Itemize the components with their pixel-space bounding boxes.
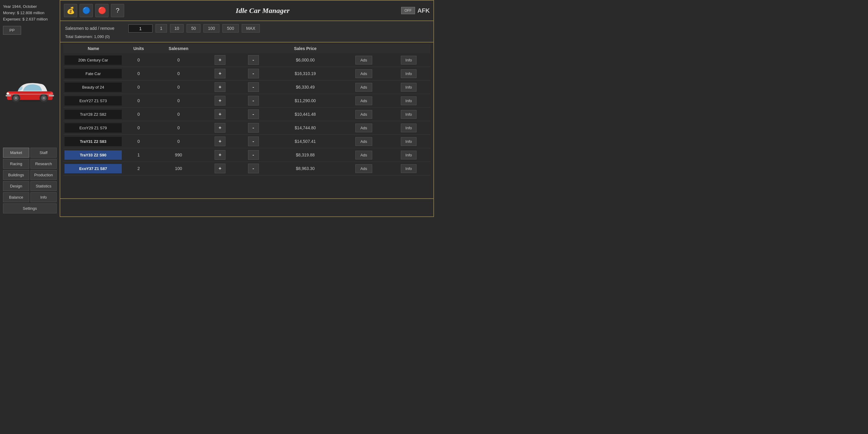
salesmen-cell: 0 [154,107,204,121]
sidebar: Year 1944, October Money: $ 12.808 milli… [0,0,60,217]
main-panel: 💰 🔵 🔴 ? Idle Car Manager OFF AFK Salesme… [60,0,434,217]
nav-design[interactable]: Design [3,181,29,191]
price-cell: $14,507.41 [270,135,341,148]
units-cell: 0 [124,94,154,107]
table-row: 20th Century Car00+-$6,000.00AdsInfo [63,53,430,67]
car-name-button[interactable]: Fate Car [64,69,122,79]
col-units: Units [124,44,154,53]
table-row: EcoY27 Z1 S7300+-$11,290.00AdsInfo [63,94,430,107]
col-info-header [387,44,430,53]
nav-statistics[interactable]: Statistics [30,181,57,191]
qty-max-button[interactable]: MAX [242,24,260,33]
table-row: TraY31 Z2 S8300+-$14,507.41AdsInfo [63,135,430,148]
info-button[interactable]: Info [401,96,416,105]
salesmen-input[interactable] [128,24,153,33]
salesmen-cell: 0 [154,121,204,135]
car-name-button[interactable]: TraY31 Z2 S83 [64,137,122,146]
col-ads-header [341,44,387,53]
nav-market[interactable]: Market [3,148,29,158]
car-name-button[interactable]: 20th Century Car [64,56,122,65]
add-salesmen-button[interactable]: + [215,150,225,160]
qty-500-button[interactable]: 500 [222,24,239,33]
col-plus-header [204,44,237,53]
alert-icon[interactable]: 🔴 [95,4,108,17]
remove-salesmen-button[interactable]: - [248,69,259,79]
ads-button[interactable]: Ads [355,96,372,105]
market-table-container: Name Units Salesmen Sales Price 20th Cen… [60,42,433,198]
ads-button[interactable]: Ads [355,83,372,92]
qty-100-button[interactable]: 100 [204,24,219,33]
remove-salesmen-button[interactable]: - [248,136,259,146]
nav-balance[interactable]: Balance [3,192,29,202]
ads-button[interactable]: Ads [355,56,372,64]
nav-settings[interactable]: Settings [3,204,57,213]
car-name-button[interactable]: EcoY27 Z1 S73 [64,96,122,105]
qty-50-button[interactable]: 50 [187,24,200,33]
add-salesmen-button[interactable]: + [215,96,225,105]
car-name-button[interactable]: Beauty of 24 [64,83,122,92]
svg-rect-2 [6,95,11,96]
info-button[interactable]: Info [401,151,416,159]
info-button[interactable]: Info [401,124,416,132]
nav-production[interactable]: Production [30,170,57,180]
add-salesmen-button[interactable]: + [215,69,225,79]
info-button[interactable]: Info [401,164,416,173]
ads-button[interactable]: Ads [355,164,372,173]
help-icon[interactable]: ? [111,4,124,17]
info-button[interactable]: Info [401,110,416,119]
nav-racing[interactable]: Racing [3,159,29,169]
info-button[interactable]: Info [401,137,416,146]
price-cell: $11,290.00 [270,94,341,107]
afk-label: AFK [417,7,430,14]
nav-info[interactable]: Info [30,192,57,202]
car-name-button[interactable]: TraY33 Z2 S90 [64,150,122,160]
salesmen-cell: 100 [154,162,204,176]
expenses-display: Expenses: $ 2.637 million [3,16,57,23]
pp-button[interactable]: PP [3,26,21,35]
add-salesmen-button[interactable]: + [215,110,225,119]
nav-buildings[interactable]: Buildings [3,170,29,180]
add-salesmen-button[interactable]: + [215,136,225,146]
car-name-button[interactable]: TraY28 Z2 S82 [64,110,122,119]
add-salesmen-button[interactable]: + [215,164,225,173]
ads-button[interactable]: Ads [355,124,372,132]
add-salesmen-button[interactable]: + [215,55,225,65]
remove-salesmen-button[interactable]: - [248,96,259,105]
add-salesmen-button[interactable]: + [215,82,225,92]
qty-1-button[interactable]: 1 [156,24,167,33]
table-row: TraY33 Z2 S901990+-$8,319.88AdsInfo [63,148,430,162]
car-name-button[interactable]: EcoY37 Z1 S87 [64,164,122,173]
ads-button[interactable]: Ads [355,69,372,78]
app-title: Idle Car Manager [127,7,399,15]
money-icon[interactable]: 💰 [64,4,77,17]
price-cell: $6,330.49 [270,81,341,94]
ads-button[interactable]: Ads [355,137,372,146]
nav-staff[interactable]: Staff [30,148,57,158]
col-price: Sales Price [270,44,341,53]
car-name-button[interactable]: EcoY29 Z1 S79 [64,123,122,133]
info-button[interactable]: Info [401,69,416,78]
salesmen-section: Salesmen to add / remove 1 10 50 100 500… [60,21,433,42]
salesmen-label: Salesmen to add / remove [65,26,125,31]
salesmen-cell: 0 [154,67,204,81]
car-image-area [3,37,57,145]
salesmen-cell: 990 [154,148,204,162]
qty-10-button[interactable]: 10 [170,24,184,33]
remove-salesmen-button[interactable]: - [248,123,259,133]
table-row: EcoY29 Z1 S7900+-$14,744.80AdsInfo [63,121,430,135]
add-salesmen-button[interactable]: + [215,123,225,133]
nav-research[interactable]: Research [30,159,57,169]
remove-salesmen-button[interactable]: - [248,82,259,92]
ads-button[interactable]: Ads [355,110,372,119]
units-cell: 1 [124,148,154,162]
energy-icon[interactable]: 🔵 [80,4,93,17]
remove-salesmen-button[interactable]: - [248,164,259,173]
price-cell: $16,310.19 [270,67,341,81]
remove-salesmen-button[interactable]: - [248,110,259,119]
info-button[interactable]: Info [401,83,416,92]
info-button[interactable]: Info [401,56,416,64]
afk-toggle-button[interactable]: OFF [401,7,415,14]
ads-button[interactable]: Ads [355,151,372,159]
remove-salesmen-button[interactable]: - [248,150,259,160]
remove-salesmen-button[interactable]: - [248,55,259,65]
